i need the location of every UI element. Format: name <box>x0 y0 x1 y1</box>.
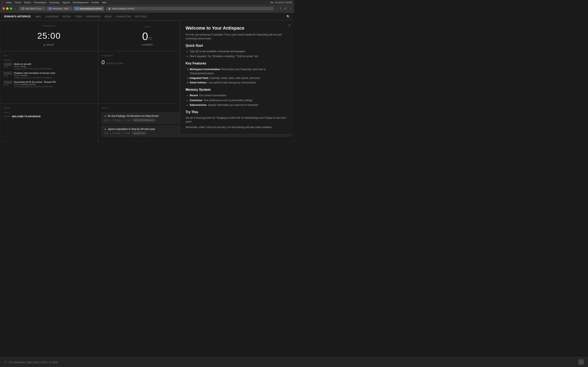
news-comments-1: 1 cmts <box>125 119 131 121</box>
apple-menu[interactable]:  <box>2 1 3 4</box>
back-button[interactable]: ‹ <box>14 7 17 10</box>
warning-icon-1: ▲ <box>104 115 106 117</box>
welcome-title: Welcome to Your Antispace <box>186 25 288 31</box>
menu-safari[interactable]: Safari <box>6 1 12 4</box>
notes-total: TOTAL:1 <box>3 111 95 114</box>
memory-subconscious: Subconscious: Specific information you w… <box>190 103 288 107</box>
tab-appstore[interactable]: App Store Conn... <box>19 7 45 11</box>
key-features-title: Key Features <box>186 62 288 65</box>
news-source-2[interactable]: nbcnews.com <box>132 132 146 134</box>
menu-aide[interactable]: Aide <box>102 1 106 4</box>
menu-edition[interactable]: Édition <box>24 1 31 4</box>
close-button[interactable] <box>2 7 5 10</box>
mail-item[interactable]: RECENT 17:20 Finalisez votre inscription… <box>3 72 95 79</box>
mail-subject: Documents de fin de contrat - Romain PEI <box>14 81 95 83</box>
nav-items: MAIL CALENDAR NOTES TODO POMODORO NEWS C… <box>36 15 147 18</box>
news-source-1[interactable]: vishnurnair.substack.com <box>132 119 156 122</box>
quick-start-item-2: Direct requests: Try "Schedule a meeting… <box>190 54 288 58</box>
news-points-2: 2 pts <box>104 132 109 134</box>
tab-active-label: www.antispace.sh/me/ <box>79 7 102 10</box>
memory-recent: Recent: Our current conversation <box>190 94 288 98</box>
mail-from: FROM: GoHome <box>14 75 95 76</box>
bookmarks-icon[interactable]: ☍ <box>284 7 287 10</box>
minimize-button[interactable] <box>6 7 9 10</box>
memory-title: Memory System <box>186 88 288 92</box>
menu-presentation[interactable]: Présentation <box>34 1 47 4</box>
events-label: EVENTS TODAY <box>106 62 123 65</box>
welcome-panel: ✕ Welcome to Your Antispace I'm Anti, yo… <box>180 21 294 134</box>
mail-preview: ACTION REQUESTED Soukaina OUADIH (soukai… <box>14 86 55 88</box>
mail-preview: Antispace a désormais accès à votre comp… <box>14 68 55 70</box>
pomodoro-time: 25:00 <box>37 31 61 41</box>
nav-todo[interactable]: TODO <box>75 15 82 18</box>
search-icon[interactable]: 🔍 <box>286 15 290 18</box>
nav-settings[interactable]: SETTINGS <box>135 15 147 18</box>
note-preview: ... <box>12 118 41 120</box>
news-comments-2: 0 cmts <box>125 132 131 134</box>
share-icon[interactable]: ⇧ <box>279 7 282 10</box>
try-this-text: Set up a recurring event for "Hanging ou… <box>186 116 288 124</box>
menubar-right: Ven. 23 août 17:50:56 <box>270 1 292 4</box>
recent-badge: RECENT <box>3 72 12 75</box>
mail-time: 17:20 <box>3 75 12 77</box>
mail-panel: MAIL RECENT ┴ RECENT 17:45 Alerte de séc… <box>0 51 98 104</box>
traffic-lights <box>2 7 12 10</box>
events-count: 0 <box>102 59 105 66</box>
feature-item-2: Integrated Tools: Calendar, email, notes… <box>190 76 288 80</box>
note-date: 8.23.24 <box>3 115 10 118</box>
tab-active[interactable]: www.antispace.sh/me/ <box>73 7 104 11</box>
news-separator: | <box>122 119 123 121</box>
pomodoro-break-button[interactable]: ▶ BREAK <box>44 44 54 46</box>
nav-calendar[interactable]: CALENDAR <box>45 15 59 18</box>
memory-list: Recent: Our current conversation Conscio… <box>186 94 288 107</box>
tab-appstore-label: App Store Conn... <box>25 7 43 10</box>
lock-icon: 🔒 <box>108 8 111 10</box>
app-brand: ROMAIN'S ANTISPACE <box>4 15 31 18</box>
close-icon[interactable]: ✕ <box>288 24 291 27</box>
menu-signets[interactable]: Signets <box>62 1 70 4</box>
features-list: Workspace Customization: Personalize you… <box>186 67 288 85</box>
datetime: Ven. 23 août 17:50:56 <box>270 1 292 4</box>
more-icon[interactable]: … <box>289 7 292 10</box>
news-separator: | <box>110 119 111 121</box>
tab-antispace[interactable]: Antispace - Artif... <box>46 7 72 11</box>
quick-start-list: Type / to see available commands and exa… <box>186 50 288 58</box>
calendar-events-area: 0 EVENTS TODAY <box>102 59 123 66</box>
feature-item-1: Workspace Customization: Personalize you… <box>190 67 288 76</box>
mail-content: Finalisez votre inscription et trouvez v… <box>14 72 95 79</box>
mail-time: Jul 26 <box>3 84 12 86</box>
download-icon[interactable]: ↓ <box>276 7 277 10</box>
nav-notes[interactable]: NOTES <box>63 15 71 18</box>
todo-slash: /0 <box>148 36 152 41</box>
mail-from: FROM: Soukaina OUADIH <box>14 83 95 85</box>
quick-start-title: Quick Start <box>186 44 288 48</box>
menu-historique[interactable]: Historique <box>49 1 60 4</box>
pomodoro-panel: POMODORO 25:00 ▶ BREAK <box>0 21 98 51</box>
note-item[interactable]: 8.23.24 WELCOME TO ANTISPACE ... <box>3 115 95 120</box>
play-icon: ▶ <box>44 44 45 46</box>
todo-number: 0 <box>142 30 148 42</box>
menu-developpement[interactable]: Développement <box>73 1 88 4</box>
maximize-button[interactable] <box>10 7 12 10</box>
news-header: NEWS <box>102 107 108 111</box>
nav-news[interactable]: NEWS <box>105 15 112 18</box>
tab-antispace-label: Antispace - Artif... <box>52 7 70 10</box>
mail-item[interactable]: RECENT Jul 26 Documents de fin de contra… <box>3 81 95 88</box>
menubar-left:  Safari Fichier Édition Présentation Hi… <box>2 1 106 4</box>
nav-pomodoro[interactable]: POMODORO <box>86 15 101 18</box>
pomodoro-header: POMODORO <box>43 25 55 27</box>
browser-chrome: ‹ App Store Conn... Antispace - Artif...… <box>0 5 294 12</box>
menu-fenetre[interactable]: Fenêtre <box>91 1 99 4</box>
news-separator: | <box>122 132 123 134</box>
nav-mail[interactable]: MAIL <box>36 15 42 18</box>
address-bar[interactable]: 🔒 www.antispace.sh/me/ <box>106 7 274 10</box>
quick-start-item-1: Type / to see available commands and exa… <box>190 50 288 53</box>
menu-fichier[interactable]: Fichier <box>15 1 21 4</box>
nav-character[interactable]: CHARACTER <box>116 15 131 18</box>
disclaimer: Remember, while I strive for accuracy, I… <box>186 125 288 129</box>
todo-count: 0 /0 <box>142 30 152 42</box>
note-title: WELCOME TO ANTISPACE <box>12 115 41 118</box>
address-text: www.antispace.sh/me/ <box>112 7 134 10</box>
mail-preview: Simple, rapide et sans commission. Final… <box>14 77 55 79</box>
mail-item[interactable]: RECENT 17:45 Alerte de sécurité FROM: Go… <box>3 63 95 70</box>
